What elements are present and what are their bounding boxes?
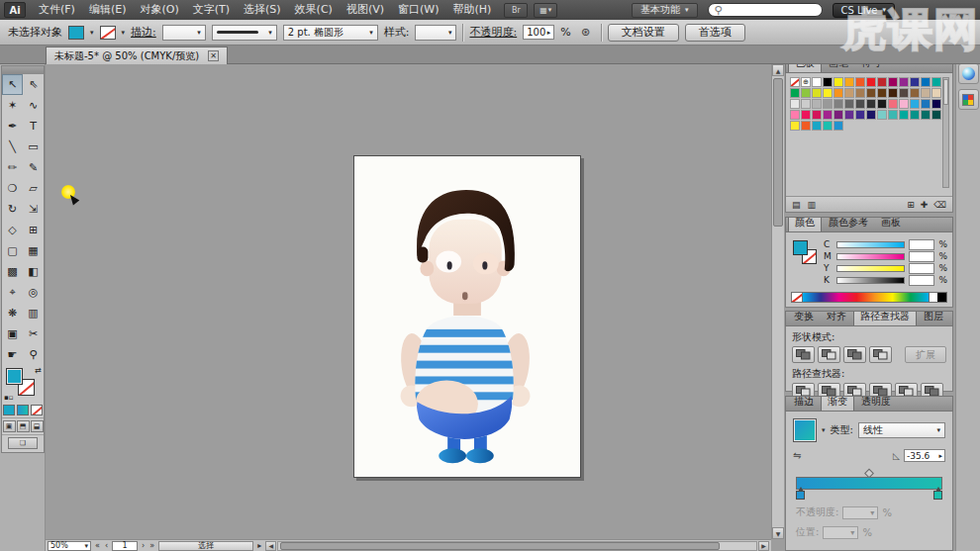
paintbrush-tool[interactable]: ✏ bbox=[2, 157, 23, 178]
tab-变换[interactable]: 变换 bbox=[788, 311, 820, 325]
zoom-level-select[interactable]: 50% ▾ bbox=[48, 541, 91, 551]
symbol-sprayer-tool[interactable]: ❋ bbox=[2, 303, 23, 323]
swatch[interactable] bbox=[888, 88, 898, 98]
color-slider-K[interactable] bbox=[836, 277, 905, 284]
draw-behind-icon[interactable]: ⬒ bbox=[17, 420, 30, 432]
opacity-link[interactable]: 不透明度: bbox=[469, 25, 517, 40]
swatch[interactable] bbox=[931, 110, 941, 120]
swatch[interactable] bbox=[844, 99, 854, 109]
zoom-tool[interactable]: ⚲ bbox=[23, 344, 44, 365]
artboard-number-field[interactable]: 1 bbox=[112, 541, 138, 551]
swatch[interactable] bbox=[855, 110, 865, 120]
mesh-tool[interactable]: ▩ bbox=[2, 261, 23, 282]
magic-wand-tool[interactable]: ✶ bbox=[2, 95, 23, 116]
tab-颜色[interactable]: 颜色 bbox=[788, 217, 822, 231]
width-tool[interactable]: ◇ bbox=[2, 220, 23, 240]
none-color-chip[interactable] bbox=[792, 293, 803, 302]
swap-fill-stroke-icon[interactable]: ⇄ bbox=[35, 366, 42, 375]
swatch[interactable] bbox=[833, 110, 843, 120]
swatch[interactable] bbox=[833, 121, 843, 131]
chevron-down-icon[interactable]: ▾ bbox=[822, 426, 826, 434]
screen-mode-icon[interactable]: ❏ bbox=[8, 437, 38, 449]
none-button[interactable] bbox=[31, 405, 43, 415]
stroke-link[interactable]: 描边: bbox=[131, 25, 156, 40]
intersect-icon[interactable] bbox=[843, 346, 866, 363]
color-slider-C[interactable] bbox=[836, 241, 905, 248]
free-transform-tool[interactable]: ⊞ bbox=[23, 220, 44, 240]
arrange-documents-button[interactable]: ▦▾ bbox=[534, 3, 557, 18]
blend-tool[interactable]: ◎ bbox=[23, 282, 44, 303]
tab-颜色参考[interactable]: 颜色参考 bbox=[823, 217, 874, 231]
swatch[interactable] bbox=[801, 99, 811, 109]
gradient-angle-field[interactable]: -35.6 ▸ bbox=[904, 449, 945, 462]
gradient-type-combo[interactable]: 线性 ▾ bbox=[858, 422, 945, 438]
exclude-icon[interactable] bbox=[869, 346, 892, 363]
swatch[interactable] bbox=[877, 110, 887, 120]
swatch[interactable] bbox=[790, 110, 800, 120]
first-artboard-button[interactable]: « bbox=[94, 541, 101, 550]
menu-item-file[interactable]: 文件(F) bbox=[32, 0, 82, 20]
gradient-stop-right[interactable] bbox=[933, 491, 942, 500]
scroll-left-icon[interactable]: ◀ bbox=[265, 541, 276, 551]
bridge-button[interactable]: Br bbox=[504, 3, 528, 18]
unite-icon[interactable] bbox=[792, 346, 815, 363]
swatch[interactable] bbox=[844, 110, 854, 120]
swatch[interactable] bbox=[812, 88, 822, 98]
swatch[interactable] bbox=[910, 88, 920, 98]
status-flyout-icon[interactable]: ▸ bbox=[256, 541, 262, 550]
pencil-tool[interactable]: ✎ bbox=[23, 157, 44, 178]
swatch[interactable] bbox=[790, 121, 800, 131]
artboard[interactable] bbox=[353, 155, 581, 478]
shape-builder-tool[interactable]: ▢ bbox=[2, 240, 23, 261]
eraser-tool[interactable]: ▱ bbox=[23, 178, 44, 199]
document-tab[interactable]: 未标题-5* @ 50% (CMYK/预览) ✕ bbox=[46, 46, 228, 64]
swatch[interactable] bbox=[823, 110, 833, 120]
rotate-tool[interactable]: ↻ bbox=[2, 199, 23, 220]
swatch-registration[interactable]: ⊕ bbox=[801, 77, 811, 87]
tab-描边[interactable]: 描边 bbox=[788, 396, 820, 411]
search-input[interactable] bbox=[723, 5, 816, 16]
swatch[interactable] bbox=[812, 77, 822, 87]
prev-artboard-button[interactable]: ‹ bbox=[104, 541, 109, 550]
black-chip[interactable] bbox=[937, 293, 946, 302]
minus-front-icon[interactable] bbox=[818, 346, 840, 363]
swatch[interactable] bbox=[921, 110, 931, 120]
swatch[interactable] bbox=[866, 99, 876, 109]
tab-图层[interactable]: 图层 bbox=[918, 311, 949, 325]
horizontal-scrollbar[interactable]: ◀ ▶ bbox=[265, 540, 769, 551]
swatch[interactable] bbox=[888, 99, 898, 109]
draw-inside-icon[interactable]: ⬓ bbox=[31, 420, 44, 432]
swatch[interactable] bbox=[931, 99, 941, 109]
swatch[interactable] bbox=[855, 77, 865, 87]
white-chip[interactable] bbox=[929, 293, 937, 302]
delete-swatch-icon[interactable]: ⌫ bbox=[933, 200, 946, 210]
swatch[interactable] bbox=[833, 88, 843, 98]
scroll-up-icon[interactable]: ▲ bbox=[772, 64, 784, 76]
swatch[interactable] bbox=[823, 88, 833, 98]
swatch[interactable] bbox=[899, 77, 909, 87]
gradient-tool[interactable]: ◧ bbox=[23, 261, 44, 282]
type-tool[interactable]: T bbox=[23, 116, 44, 137]
tools-panel-header[interactable] bbox=[2, 66, 44, 74]
swatch[interactable] bbox=[833, 77, 843, 87]
swatch[interactable] bbox=[877, 77, 887, 87]
swatch[interactable] bbox=[823, 77, 833, 87]
swatch[interactable] bbox=[910, 99, 920, 109]
menu-item-view[interactable]: 视图(V) bbox=[340, 0, 391, 20]
scale-tool[interactable]: ⇲ bbox=[23, 199, 44, 220]
last-artboard-button[interactable]: » bbox=[148, 541, 155, 550]
direct-selection-tool[interactable]: ⇖ bbox=[23, 74, 44, 95]
close-icon[interactable]: ✕ bbox=[208, 50, 219, 61]
color-guide-icon[interactable] bbox=[958, 63, 979, 84]
blob-brush-tool[interactable]: ❍ bbox=[2, 178, 23, 199]
pen-tool[interactable]: ✒ bbox=[2, 116, 23, 137]
search-box[interactable]: ⚲ bbox=[708, 3, 823, 17]
swatch[interactable] bbox=[844, 88, 854, 98]
swatch[interactable] bbox=[855, 88, 865, 98]
slice-tool[interactable]: ✂ bbox=[23, 323, 44, 344]
menu-item-help[interactable]: 帮助(H) bbox=[445, 0, 498, 20]
draw-normal-icon[interactable]: ▣ bbox=[3, 420, 16, 432]
swatch[interactable] bbox=[844, 77, 854, 87]
swatch-scroll-thumb[interactable] bbox=[943, 79, 948, 105]
new-swatch-icon[interactable]: ✚ bbox=[921, 200, 929, 210]
